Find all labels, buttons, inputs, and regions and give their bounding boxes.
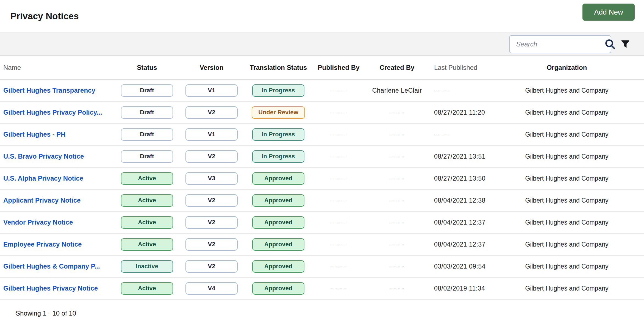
- created-by-value: - - - -: [390, 175, 404, 182]
- version-pill: V2: [185, 106, 238, 119]
- version-pill: V2: [185, 194, 238, 207]
- column-header-translation-status[interactable]: Translation Status: [250, 64, 307, 71]
- organization-value: Gilbert Hughes and Company: [525, 109, 609, 116]
- organization-value: Gilbert Hughes and Company: [525, 241, 609, 248]
- top-bar: Privacy Notices Add New: [0, 0, 644, 32]
- status-pill: Draft: [121, 84, 173, 97]
- last-published-value: 08/02/2019 11:34: [423, 285, 485, 292]
- notice-name-link[interactable]: Employee Privacy Notice: [3, 241, 82, 248]
- last-published-value: 08/04/2021 12:37: [423, 241, 485, 248]
- search-box: [509, 35, 611, 53]
- notice-name-link[interactable]: U.S. Alpha Privacy Notice: [3, 175, 83, 182]
- translation-pill: Under Review: [252, 106, 305, 119]
- status-pill: Active: [121, 194, 173, 207]
- created-by-value: - - - -: [390, 263, 404, 270]
- search-icon[interactable]: [604, 37, 616, 51]
- notice-name-link[interactable]: Gilbert Hughes Privacy Policy...: [3, 109, 102, 116]
- created-by-value: Charlene LeClair: [372, 87, 422, 94]
- table-row: Employee Privacy Notice Active V2 Approv…: [0, 234, 644, 256]
- notice-name-link[interactable]: U.S. Bravo Privacy Notice: [3, 153, 84, 160]
- table-header: Name Status Version Translation Status P…: [0, 56, 644, 80]
- published-by-value: - - - -: [331, 175, 346, 182]
- version-pill: V2: [185, 216, 238, 229]
- table-row: U.S. Alpha Privacy Notice Active V3 Appr…: [0, 168, 644, 190]
- published-by-value: - - - -: [331, 87, 346, 94]
- table-row: Vendor Privacy Notice Active V2 Approved…: [0, 212, 644, 234]
- created-by-value: - - - -: [390, 219, 404, 226]
- translation-pill: Approved: [252, 282, 304, 295]
- table-footer: Showing 1 - 10 of 10: [0, 300, 644, 317]
- notice-name-link[interactable]: Gilbert Hughes Privacy Notice: [3, 284, 98, 292]
- last-published-value: 08/27/2021 11:20: [423, 109, 485, 116]
- table-row: Gilbert Hughes Transparency Draft V1 In …: [0, 80, 644, 102]
- version-pill: V1: [185, 128, 238, 141]
- last-published-value: 03/03/2021 09:54: [423, 263, 485, 270]
- last-published-value: - - - -: [423, 131, 449, 138]
- translation-pill: Approved: [252, 238, 304, 251]
- translation-pill: Approved: [252, 172, 304, 185]
- translation-pill: Approved: [252, 194, 304, 207]
- organization-value: Gilbert Hughes and Company: [525, 175, 609, 182]
- organization-value: Gilbert Hughes and Company: [525, 87, 609, 94]
- organization-value: Gilbert Hughes and Company: [525, 153, 609, 160]
- status-pill: Draft: [121, 128, 173, 141]
- table-row: Gilbert Hughes Privacy Policy... Draft V…: [0, 102, 644, 124]
- notice-name-link[interactable]: Gilbert Hughes & Company P...: [3, 263, 100, 270]
- status-pill: Draft: [121, 150, 173, 163]
- translation-pill: In Progress: [252, 150, 304, 163]
- column-header-organization[interactable]: Organization: [547, 64, 587, 71]
- last-published-value: 08/27/2021 13:51: [423, 153, 485, 160]
- published-by-value: - - - -: [331, 109, 346, 116]
- organization-value: Gilbert Hughes and Company: [525, 197, 609, 204]
- table-row: Gilbert Hughes Privacy Notice Active V4 …: [0, 278, 644, 300]
- status-pill: Draft: [121, 106, 173, 119]
- column-header-published-by[interactable]: Published By: [318, 64, 359, 71]
- created-by-value: - - - -: [390, 131, 404, 138]
- translation-pill: In Progress: [252, 128, 304, 141]
- column-header-status[interactable]: Status: [137, 64, 157, 71]
- table-row: Applicant Privacy Notice Active V2 Appro…: [0, 190, 644, 212]
- version-pill: V2: [185, 238, 238, 251]
- status-pill: Active: [121, 238, 173, 251]
- results-summary: Showing 1 - 10 of 10: [16, 310, 76, 317]
- filter-funnel-icon: [620, 39, 631, 50]
- status-pill: Active: [121, 172, 173, 185]
- last-published-value: 08/04/2021 12:37: [423, 219, 485, 226]
- published-by-value: - - - -: [331, 153, 346, 160]
- table-row: Gilbert Hughes - PH Draft V1 In Progress…: [0, 124, 644, 146]
- status-pill: Inactive: [121, 260, 173, 273]
- published-by-value: - - - -: [331, 285, 346, 292]
- last-published-value: - - - -: [423, 87, 449, 94]
- published-by-value: - - - -: [331, 219, 346, 226]
- column-header-created-by[interactable]: Created By: [380, 64, 415, 71]
- toolbar: [0, 32, 644, 56]
- column-header-name[interactable]: Name: [0, 64, 21, 71]
- published-by-value: - - - -: [331, 131, 346, 138]
- table-body: Gilbert Hughes Transparency Draft V1 In …: [0, 80, 644, 300]
- translation-pill: Approved: [252, 260, 304, 273]
- translation-pill: In Progress: [252, 84, 304, 97]
- search-input[interactable]: [510, 36, 604, 53]
- notice-name-link[interactable]: Gilbert Hughes - PH: [3, 131, 66, 138]
- column-header-version[interactable]: Version: [200, 64, 224, 71]
- created-by-value: - - - -: [390, 241, 404, 248]
- filter-button[interactable]: [618, 37, 633, 52]
- notice-name-link[interactable]: Gilbert Hughes Transparency: [3, 87, 95, 94]
- notice-name-link[interactable]: Applicant Privacy Notice: [3, 197, 80, 204]
- organization-value: Gilbert Hughes and Company: [525, 219, 609, 226]
- column-header-last-published[interactable]: Last Published: [423, 64, 477, 71]
- created-by-value: - - - -: [390, 197, 404, 204]
- published-by-value: - - - -: [331, 241, 346, 248]
- created-by-value: - - - -: [390, 109, 404, 116]
- page-title: Privacy Notices: [10, 11, 79, 21]
- status-pill: Active: [121, 282, 173, 295]
- version-pill: V2: [185, 150, 238, 163]
- last-published-value: 08/04/2021 12:38: [423, 197, 485, 204]
- created-by-value: - - - -: [390, 285, 404, 292]
- version-pill: V3: [185, 172, 238, 185]
- notice-name-link[interactable]: Vendor Privacy Notice: [3, 219, 73, 226]
- table-row: U.S. Bravo Privacy Notice Draft V2 In Pr…: [0, 146, 644, 168]
- add-new-button[interactable]: Add New: [582, 4, 635, 21]
- version-pill: V4: [185, 282, 238, 295]
- organization-value: Gilbert Hughes and Company: [525, 263, 609, 270]
